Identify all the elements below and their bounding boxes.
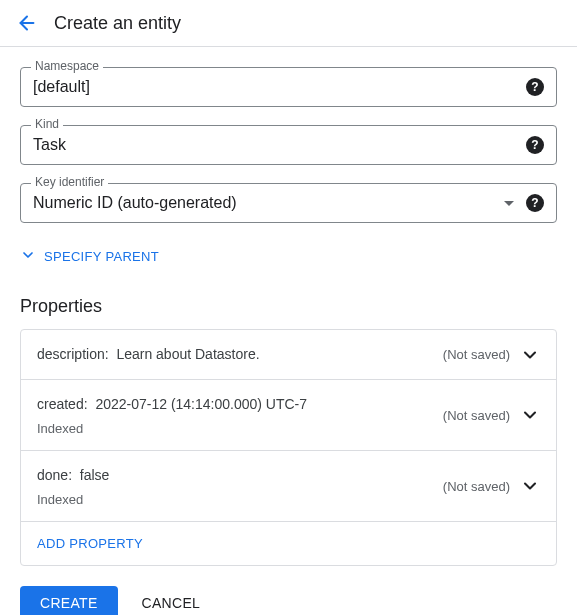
indexed-label: Indexed: [37, 492, 443, 507]
namespace-field[interactable]: Namespace [default] ?: [20, 67, 557, 107]
chevron-down-icon: [20, 247, 36, 266]
property-summary: done: false: [37, 465, 443, 486]
property-summary: description: Learn about Datastore.: [37, 344, 443, 365]
key-identifier-field[interactable]: Key identifier Numeric ID (auto-generate…: [20, 183, 557, 223]
chevron-down-icon: [520, 345, 540, 365]
property-row[interactable]: description: Learn about Datastore. (Not…: [21, 330, 556, 380]
kind-value: Task: [33, 136, 526, 154]
property-row[interactable]: created: 2022-07-12 (14:14:00.000) UTC-7…: [21, 380, 556, 451]
help-icon[interactable]: ?: [526, 194, 544, 212]
specify-parent-toggle[interactable]: SPECIFY PARENT: [20, 241, 557, 272]
namespace-label: Namespace: [31, 59, 103, 73]
dropdown-arrow-icon: [504, 201, 514, 206]
add-property-button[interactable]: ADD PROPERTY: [21, 522, 556, 565]
footer-actions: CREATE CANCEL: [20, 586, 557, 615]
kind-field[interactable]: Kind Task ?: [20, 125, 557, 165]
properties-list: description: Learn about Datastore. (Not…: [20, 329, 557, 566]
cancel-button[interactable]: CANCEL: [130, 586, 213, 615]
help-icon[interactable]: ?: [526, 136, 544, 154]
key-identifier-label: Key identifier: [31, 175, 108, 189]
key-identifier-value: Numeric ID (auto-generated): [33, 194, 504, 212]
kind-label: Kind: [31, 117, 63, 131]
create-button[interactable]: CREATE: [20, 586, 118, 615]
properties-heading: Properties: [20, 296, 557, 317]
chevron-down-icon: [520, 405, 540, 425]
help-icon[interactable]: ?: [526, 78, 544, 96]
indexed-label: Indexed: [37, 421, 443, 436]
status-badge: (Not saved): [443, 479, 510, 494]
header-bar: Create an entity: [0, 0, 577, 47]
status-badge: (Not saved): [443, 347, 510, 362]
back-arrow-icon[interactable]: [16, 12, 38, 34]
property-summary: created: 2022-07-12 (14:14:00.000) UTC-7: [37, 394, 443, 415]
specify-parent-label: SPECIFY PARENT: [44, 249, 159, 264]
property-row[interactable]: done: false Indexed (Not saved): [21, 451, 556, 522]
page-title: Create an entity: [54, 13, 181, 34]
namespace-value: [default]: [33, 78, 526, 96]
chevron-down-icon: [520, 476, 540, 496]
status-badge: (Not saved): [443, 408, 510, 423]
